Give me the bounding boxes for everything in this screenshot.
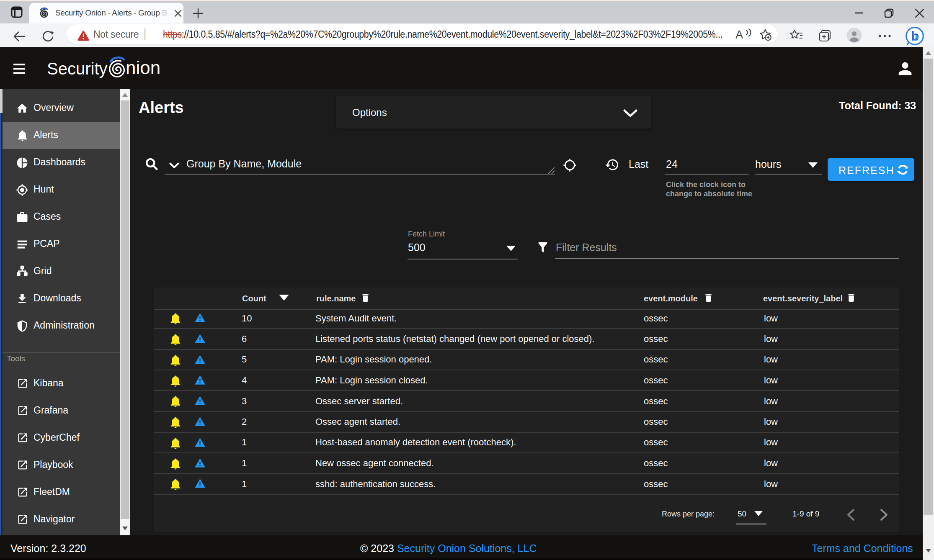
svg-text:b: b — [911, 28, 919, 44]
